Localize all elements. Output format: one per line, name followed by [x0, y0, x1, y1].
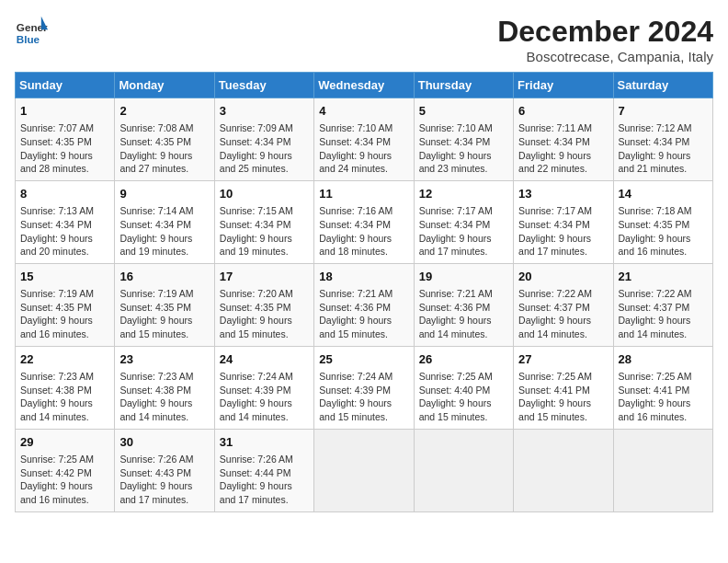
- calendar-day-cell: 2Sunrise: 7:08 AMSunset: 4:35 PMDaylight…: [115, 98, 214, 181]
- calendar-day-cell: 4Sunrise: 7:10 AMSunset: 4:34 PMDaylight…: [314, 98, 414, 181]
- day-number: 6: [518, 103, 608, 120]
- weekday-header-cell: Friday: [514, 73, 613, 98]
- day-detail: Sunrise: 7:19 AMSunset: 4:35 PMDaylight:…: [20, 287, 109, 341]
- calendar-day-cell: [514, 429, 613, 511]
- day-number: 1: [20, 103, 109, 120]
- day-detail: Sunrise: 7:25 AMSunset: 4:41 PMDaylight:…: [619, 370, 708, 424]
- day-detail: Sunrise: 7:24 AMSunset: 4:39 PMDaylight:…: [319, 370, 408, 424]
- calendar-day-cell: 27Sunrise: 7:25 AMSunset: 4:41 PMDayligh…: [514, 346, 613, 429]
- weekday-header-cell: Tuesday: [214, 73, 313, 98]
- day-detail: Sunrise: 7:10 AMSunset: 4:34 PMDaylight:…: [319, 121, 408, 176]
- day-detail: Sunrise: 7:25 AMSunset: 4:40 PMDaylight:…: [419, 370, 508, 424]
- day-detail: Sunrise: 7:21 AMSunset: 4:36 PMDaylight:…: [419, 287, 508, 341]
- calendar-week-row: 29Sunrise: 7:25 AMSunset: 4:42 PMDayligh…: [16, 429, 713, 511]
- day-detail: Sunrise: 7:17 AMSunset: 4:34 PMDaylight:…: [419, 204, 508, 259]
- calendar: SundayMondayTuesdayWednesdayThursdayFrid…: [15, 72, 713, 512]
- calendar-day-cell: 1Sunrise: 7:07 AMSunset: 4:35 PMDaylight…: [16, 98, 115, 181]
- day-detail: Sunrise: 7:16 AMSunset: 4:34 PMDaylight:…: [319, 204, 408, 259]
- calendar-day-cell: 15Sunrise: 7:19 AMSunset: 4:35 PMDayligh…: [16, 263, 115, 346]
- calendar-day-cell: 23Sunrise: 7:23 AMSunset: 4:38 PMDayligh…: [115, 346, 214, 429]
- calendar-day-cell: 21Sunrise: 7:22 AMSunset: 4:37 PMDayligh…: [613, 263, 712, 346]
- calendar-day-cell: 3Sunrise: 7:09 AMSunset: 4:34 PMDaylight…: [214, 98, 313, 181]
- day-detail: Sunrise: 7:15 AMSunset: 4:34 PMDaylight:…: [220, 204, 309, 259]
- day-number: 23: [119, 351, 209, 368]
- day-detail: Sunrise: 7:25 AMSunset: 4:42 PMDaylight:…: [20, 453, 109, 507]
- calendar-day-cell: 29Sunrise: 7:25 AMSunset: 4:42 PMDayligh…: [16, 429, 115, 511]
- logo: General Blue: [15, 15, 50, 48]
- calendar-day-cell: 9Sunrise: 7:14 AMSunset: 4:34 PMDaylight…: [115, 180, 214, 263]
- day-number: 11: [319, 186, 408, 202]
- day-number: 3: [220, 103, 309, 120]
- calendar-day-cell: 10Sunrise: 7:15 AMSunset: 4:34 PMDayligh…: [214, 180, 313, 263]
- svg-text:Blue: Blue: [17, 33, 40, 45]
- day-detail: Sunrise: 7:14 AMSunset: 4:34 PMDaylight:…: [119, 204, 209, 259]
- day-detail: Sunrise: 7:08 AMSunset: 4:35 PMDaylight:…: [119, 121, 209, 176]
- day-number: 7: [619, 103, 708, 120]
- weekday-header-cell: Saturday: [613, 73, 712, 98]
- calendar-day-cell: 24Sunrise: 7:24 AMSunset: 4:39 PMDayligh…: [214, 346, 313, 429]
- calendar-day-cell: 6Sunrise: 7:11 AMSunset: 4:34 PMDaylight…: [514, 98, 613, 181]
- location: Boscotrecase, Campania, Italy: [497, 49, 713, 64]
- day-number: 31: [220, 434, 309, 451]
- calendar-day-cell: 18Sunrise: 7:21 AMSunset: 4:36 PMDayligh…: [314, 263, 414, 346]
- day-detail: Sunrise: 7:11 AMSunset: 4:34 PMDaylight:…: [518, 121, 608, 176]
- day-number: 10: [220, 186, 309, 202]
- day-detail: Sunrise: 7:25 AMSunset: 4:41 PMDaylight:…: [518, 370, 608, 424]
- calendar-day-cell: 11Sunrise: 7:16 AMSunset: 4:34 PMDayligh…: [314, 180, 414, 263]
- calendar-day-cell: 8Sunrise: 7:13 AMSunset: 4:34 PMDaylight…: [16, 180, 115, 263]
- calendar-day-cell: 5Sunrise: 7:10 AMSunset: 4:34 PMDaylight…: [414, 98, 513, 181]
- calendar-day-cell: 20Sunrise: 7:22 AMSunset: 4:37 PMDayligh…: [514, 263, 613, 346]
- calendar-week-row: 8Sunrise: 7:13 AMSunset: 4:34 PMDaylight…: [16, 180, 713, 263]
- day-detail: Sunrise: 7:26 AMSunset: 4:43 PMDaylight:…: [119, 453, 209, 507]
- day-number: 9: [119, 186, 209, 202]
- calendar-day-cell: 7Sunrise: 7:12 AMSunset: 4:34 PMDaylight…: [613, 98, 712, 181]
- calendar-day-cell: 12Sunrise: 7:17 AMSunset: 4:34 PMDayligh…: [414, 180, 513, 263]
- weekday-header-cell: Monday: [115, 73, 214, 98]
- day-number: 28: [619, 351, 708, 368]
- day-number: 4: [319, 103, 408, 120]
- day-number: 2: [119, 103, 209, 120]
- calendar-week-row: 1Sunrise: 7:07 AMSunset: 4:35 PMDaylight…: [16, 98, 713, 181]
- calendar-day-cell: 28Sunrise: 7:25 AMSunset: 4:41 PMDayligh…: [613, 346, 712, 429]
- day-detail: Sunrise: 7:22 AMSunset: 4:37 PMDaylight:…: [619, 287, 708, 341]
- month-title: December 2024: [497, 15, 713, 49]
- calendar-day-cell: 17Sunrise: 7:20 AMSunset: 4:35 PMDayligh…: [214, 263, 313, 346]
- day-detail: Sunrise: 7:17 AMSunset: 4:34 PMDaylight:…: [518, 204, 608, 259]
- day-detail: Sunrise: 7:21 AMSunset: 4:36 PMDaylight:…: [319, 287, 408, 341]
- calendar-day-cell: 19Sunrise: 7:21 AMSunset: 4:36 PMDayligh…: [414, 263, 513, 346]
- day-detail: Sunrise: 7:07 AMSunset: 4:35 PMDaylight:…: [20, 121, 109, 176]
- day-number: 14: [619, 186, 708, 202]
- calendar-day-cell: 13Sunrise: 7:17 AMSunset: 4:34 PMDayligh…: [514, 180, 613, 263]
- day-number: 12: [419, 186, 508, 202]
- day-number: 20: [518, 269, 608, 285]
- calendar-day-cell: [414, 429, 513, 511]
- day-number: 25: [319, 351, 408, 368]
- day-number: 17: [220, 269, 309, 285]
- day-detail: Sunrise: 7:09 AMSunset: 4:34 PMDaylight:…: [220, 121, 309, 176]
- day-detail: Sunrise: 7:18 AMSunset: 4:35 PMDaylight:…: [619, 204, 708, 259]
- day-number: 15: [20, 269, 109, 285]
- calendar-day-cell: 31Sunrise: 7:26 AMSunset: 4:44 PMDayligh…: [214, 429, 313, 511]
- day-detail: Sunrise: 7:13 AMSunset: 4:34 PMDaylight:…: [20, 204, 109, 259]
- day-number: 13: [518, 186, 608, 202]
- day-detail: Sunrise: 7:12 AMSunset: 4:34 PMDaylight:…: [619, 121, 708, 176]
- day-number: 26: [419, 351, 508, 368]
- weekday-header: SundayMondayTuesdayWednesdayThursdayFrid…: [16, 73, 713, 98]
- header: General Blue December 2024 Boscotrecase,…: [15, 15, 713, 64]
- calendar-day-cell: 16Sunrise: 7:19 AMSunset: 4:35 PMDayligh…: [115, 263, 214, 346]
- day-number: 19: [419, 269, 508, 285]
- calendar-body: 1Sunrise: 7:07 AMSunset: 4:35 PMDaylight…: [16, 98, 713, 512]
- day-detail: Sunrise: 7:10 AMSunset: 4:34 PMDaylight:…: [419, 121, 508, 176]
- day-number: 18: [319, 269, 408, 285]
- day-number: 24: [220, 351, 309, 368]
- logo-icon: General Blue: [15, 15, 48, 48]
- day-detail: Sunrise: 7:20 AMSunset: 4:35 PMDaylight:…: [220, 287, 309, 341]
- title-area: December 2024 Boscotrecase, Campania, It…: [497, 15, 713, 64]
- day-number: 30: [119, 434, 209, 451]
- calendar-day-cell: 30Sunrise: 7:26 AMSunset: 4:43 PMDayligh…: [115, 429, 214, 511]
- day-detail: Sunrise: 7:23 AMSunset: 4:38 PMDaylight:…: [119, 370, 209, 424]
- calendar-day-cell: [613, 429, 712, 511]
- day-number: 21: [619, 269, 708, 285]
- day-number: 27: [518, 351, 608, 368]
- calendar-day-cell: 22Sunrise: 7:23 AMSunset: 4:38 PMDayligh…: [16, 346, 115, 429]
